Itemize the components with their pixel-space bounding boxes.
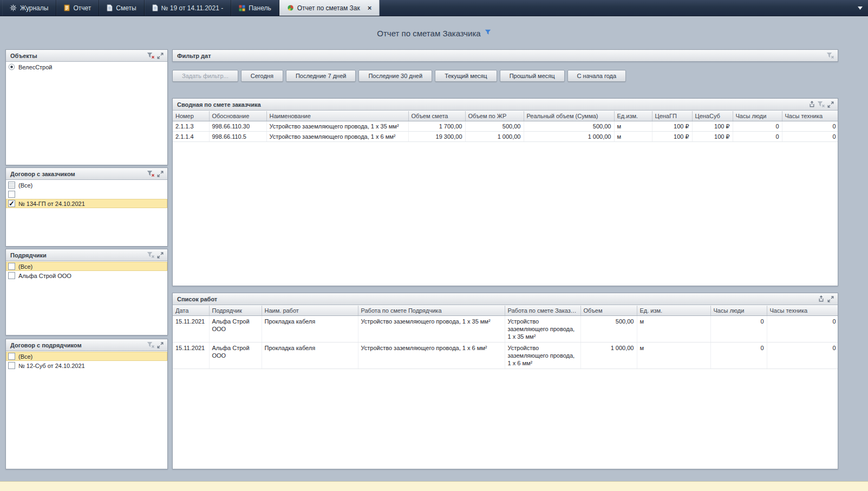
list-item[interactable]: ВелесСтрой xyxy=(6,62,167,72)
table-cell[interactable]: 0 xyxy=(782,121,838,131)
expand-icon[interactable] xyxy=(155,251,165,260)
table-cell[interactable]: 0 xyxy=(767,315,838,342)
table-cell[interactable]: 100 ₽ xyxy=(692,121,733,131)
table-cell[interactable]: 500,00 xyxy=(580,315,637,342)
table-cell[interactable]: Прокладка кабеля xyxy=(262,315,358,342)
table-cell[interactable]: 0 xyxy=(733,121,782,131)
table-cell[interactable]: Устройство заземляющего провода, 1 х 6 м… xyxy=(505,342,580,369)
table-row[interactable]: 2.1.1.4998.66.110.5Устройство заземляюще… xyxy=(173,131,838,141)
date-filter-button-7[interactable]: С начала года xyxy=(567,70,626,82)
column-header[interactable]: Наим. работ xyxy=(262,306,358,315)
table-row[interactable]: 15.11.2021Альфа Строй ОООПрокладка кабел… xyxy=(173,342,838,369)
table-cell[interactable]: м xyxy=(614,131,652,141)
checkbox-icon[interactable] xyxy=(8,191,15,198)
expand-icon[interactable] xyxy=(826,100,835,109)
column-header[interactable]: Объем по ЖР xyxy=(465,111,524,121)
clear-filter-disabled-icon[interactable] xyxy=(826,51,835,60)
expand-icon[interactable] xyxy=(155,341,165,350)
checkbox-checked-icon[interactable]: ✓ xyxy=(8,200,15,207)
checkbox-icon[interactable] xyxy=(8,272,15,279)
table-cell[interactable]: 1 700,00 xyxy=(408,121,465,131)
list-item[interactable]: Альфа Строй ООО xyxy=(6,271,167,280)
column-header[interactable]: Объем xyxy=(580,306,637,315)
table-cell[interactable]: 1 000,00 xyxy=(580,342,637,369)
date-filter-button-5[interactable]: Текущий месяц xyxy=(435,70,497,82)
list-item[interactable]: (Все) xyxy=(6,262,167,271)
column-header[interactable]: ЦенаГП xyxy=(652,111,692,121)
checkbox-icon[interactable] xyxy=(8,353,15,360)
expand-icon[interactable] xyxy=(155,51,165,60)
table-row[interactable]: 15.11.2021Альфа Строй ОООПрокладка кабел… xyxy=(173,315,838,342)
column-header[interactable]: Часы техника xyxy=(767,306,838,315)
table-cell[interactable]: 0 xyxy=(782,131,838,141)
radio-selected-icon[interactable] xyxy=(8,63,15,70)
date-filter-button-2[interactable]: Сегодня xyxy=(241,70,283,82)
table-cell[interactable]: Устройство заземляющего провода, 1 х 35 … xyxy=(266,121,408,131)
table-cell[interactable]: Альфа Строй ООО xyxy=(209,315,262,342)
close-icon[interactable]: × xyxy=(368,4,372,11)
table-cell[interactable]: 998.66.110.5 xyxy=(209,131,266,141)
column-header[interactable]: Номер xyxy=(173,111,209,121)
tab-overflow-button[interactable] xyxy=(852,0,868,16)
clear-filter-disabled-icon[interactable] xyxy=(817,100,826,109)
table-cell[interactable]: 100 ₽ xyxy=(652,121,692,131)
list-item[interactable]: ✓№ 134-ГП от 24.10.2021 xyxy=(6,199,167,208)
date-filter-button-3[interactable]: Последние 7 дней xyxy=(286,70,356,82)
table-cell[interactable]: 100 ₽ xyxy=(692,131,733,141)
table-cell[interactable]: Устройство заземляющего провода, 1 х 6 м… xyxy=(358,342,505,369)
table-cell[interactable]: Альфа Строй ООО xyxy=(209,342,262,369)
table-cell[interactable]: м xyxy=(637,315,710,342)
table-cell[interactable]: 1 000,00 xyxy=(465,131,524,141)
clear-filter-icon[interactable] xyxy=(146,170,155,178)
table-cell[interactable]: Прокладка кабеля xyxy=(262,342,358,369)
date-filter-button-6[interactable]: Прошлый месяц xyxy=(500,70,565,82)
tab-4[interactable]: № 19 от 14.11.2021 - xyxy=(145,0,232,16)
checkbox-icon[interactable] xyxy=(8,362,15,369)
table-cell[interactable]: 0 xyxy=(733,131,782,141)
column-header[interactable]: Объем смета xyxy=(408,111,465,121)
column-header[interactable]: Дата xyxy=(173,306,209,315)
export-icon[interactable] xyxy=(817,295,826,303)
table-cell[interactable]: 19 300,00 xyxy=(408,131,465,141)
tab-3[interactable]: Сметы xyxy=(99,0,144,16)
expand-icon[interactable] xyxy=(155,170,165,178)
column-header[interactable]: Ед.изм. xyxy=(614,111,652,121)
clear-filter-disabled-icon[interactable] xyxy=(146,341,155,350)
list-item[interactable] xyxy=(6,190,167,199)
tab-5[interactable]: Панель xyxy=(231,0,279,16)
column-header[interactable]: Часы люди xyxy=(710,306,767,315)
export-icon[interactable] xyxy=(807,100,817,109)
table-cell[interactable]: Устройство заземляющего провода, 1 х 35 … xyxy=(505,315,580,342)
tab-6[interactable]: Отчет по сметам Зак× xyxy=(279,0,380,16)
column-header[interactable]: Наименование xyxy=(266,111,408,121)
column-header[interactable]: Часы техника xyxy=(782,111,838,121)
title-filter-icon[interactable] xyxy=(485,29,491,35)
column-header[interactable]: Реальный объем (Сумма) xyxy=(524,111,614,121)
date-filter-button-1[interactable]: Задать фильтр... xyxy=(172,70,238,82)
column-header[interactable]: Часы люди xyxy=(733,111,782,121)
checkbox-icon[interactable] xyxy=(8,182,15,189)
table-cell[interactable]: 500,00 xyxy=(465,121,524,131)
list-item[interactable]: № 12-Суб от 24.10.2021 xyxy=(6,361,167,370)
table-cell[interactable]: м xyxy=(614,121,652,131)
table-cell[interactable]: 2.1.1.3 xyxy=(173,121,209,131)
table-cell[interactable]: 0 xyxy=(710,342,767,369)
expand-icon[interactable] xyxy=(826,295,835,303)
table-cell[interactable]: 998.66.110.30 xyxy=(209,121,266,131)
date-filter-button-4[interactable]: Последние 30 дней xyxy=(358,70,432,82)
column-header[interactable]: Работа по смете Подрядчика xyxy=(358,306,505,315)
table-cell[interactable]: 0 xyxy=(767,342,838,369)
table-cell[interactable]: 15.11.2021 xyxy=(173,342,209,369)
table-cell[interactable]: м xyxy=(637,342,710,369)
tab-2[interactable]: Отчет xyxy=(56,0,99,16)
table-cell[interactable]: 500,00 xyxy=(524,121,614,131)
column-header[interactable]: Ед. изм. xyxy=(637,306,710,315)
table-row[interactable]: 2.1.1.3998.66.110.30Устройство заземляющ… xyxy=(173,121,838,131)
clear-filter-disabled-icon[interactable] xyxy=(146,251,155,260)
column-header[interactable]: Обоснование xyxy=(209,111,266,121)
list-item[interactable]: (Все) xyxy=(6,352,167,361)
table-cell[interactable]: Устройство заземляющего провода, 1 х 6 м… xyxy=(266,131,408,141)
tab-1[interactable]: Журналы xyxy=(2,0,56,16)
list-item[interactable]: (Все) xyxy=(6,180,167,190)
table-cell[interactable]: 1 000,00 xyxy=(524,131,614,141)
